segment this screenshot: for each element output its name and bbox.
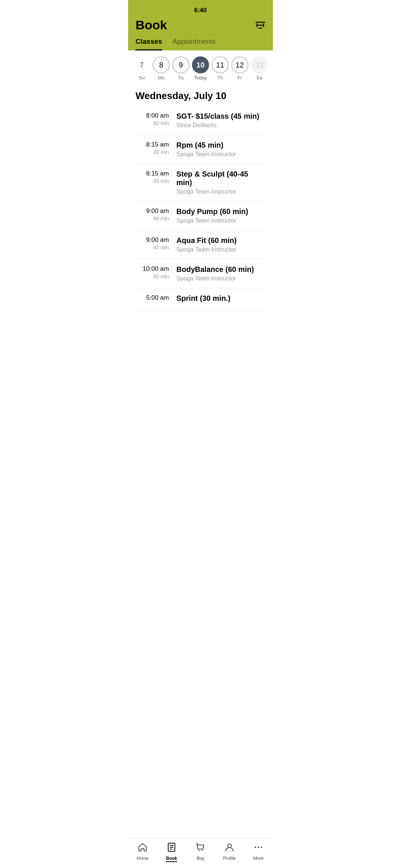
- calendar-section: 7Su8Mo9Tu10Today11Th12Fr13Sa: [128, 50, 273, 84]
- class-name-0: SGT- $15/class (45 min): [176, 112, 265, 121]
- class-time-main-5: 10:00 am: [136, 265, 169, 273]
- class-time-main-1: 8:15 am: [136, 141, 169, 148]
- class-duration-4: 45 min: [136, 244, 169, 250]
- class-item-2[interactable]: 8:15 am45 minStep & Sculpt (40-45 min)Sp…: [136, 164, 265, 201]
- day-label-Fr: Fr: [238, 75, 242, 80]
- class-instructor-3: Spoga Team Instructor: [176, 217, 265, 224]
- day-number-12: 12: [231, 56, 248, 73]
- class-instructor-1: Spoga Team Instructor: [176, 151, 265, 158]
- class-time-2: 8:15 am45 min: [136, 170, 169, 184]
- day-item-11[interactable]: 11Th: [212, 56, 229, 80]
- class-item-1[interactable]: 8:15 am45 minRpm (45 min)Spoga Team Inst…: [136, 135, 265, 164]
- class-info-4: Aqua Fit (60 min)Spoga Team Instructor: [176, 236, 265, 253]
- class-info-5: BodyBalance (60 min)Spoga Team Instructo…: [176, 265, 265, 282]
- day-label-Tu: Tu: [178, 75, 184, 80]
- filter-icon[interactable]: [255, 21, 265, 29]
- class-time-main-0: 8:00 am: [136, 112, 169, 119]
- class-time-main-2: 8:15 am: [136, 170, 169, 177]
- day-item-9[interactable]: 9Tu: [172, 56, 189, 80]
- class-name-2: Step & Sculpt (40-45 min): [176, 170, 265, 187]
- class-time-1: 8:15 am45 min: [136, 141, 169, 155]
- class-instructor-0: Vince Deliberto: [176, 122, 265, 129]
- class-name-3: Body Pump (60 min): [176, 207, 265, 216]
- day-number-11: 11: [212, 56, 229, 73]
- class-time-4: 9:00 am45 min: [136, 236, 169, 250]
- header: 6:40 Book Classes Appointments: [128, 0, 273, 50]
- class-time-5: 10:00 am60 min: [136, 265, 169, 279]
- class-instructor-4: Spoga Team Instructor: [176, 246, 265, 253]
- class-name-5: BodyBalance (60 min): [176, 265, 265, 274]
- day-number-9: 9: [172, 56, 189, 73]
- class-item-0[interactable]: 8:00 am60 minSGT- $15/class (45 min)Vinc…: [136, 106, 265, 135]
- day-number-10: 10: [192, 56, 209, 73]
- header-row: Book: [136, 16, 265, 37]
- class-item-6[interactable]: 5:00 amSprint (30 min.): [136, 288, 265, 310]
- class-info-3: Body Pump (60 min)Spoga Team Instructor: [176, 207, 265, 224]
- date-heading: Wednesday, July 10: [128, 84, 273, 106]
- class-instructor-2: Spoga Team Instructor: [176, 188, 265, 195]
- day-label-Sa: Sa: [257, 75, 263, 80]
- class-time-main-3: 9:00 am: [136, 207, 169, 215]
- day-item-13[interactable]: 13Sa: [251, 56, 268, 80]
- class-name-1: Rpm (45 min): [176, 141, 265, 149]
- class-name-4: Aqua Fit (60 min): [176, 236, 265, 245]
- class-time-0: 8:00 am60 min: [136, 112, 169, 126]
- day-number-7: 7: [133, 56, 150, 73]
- status-bar: 6:40: [136, 4, 265, 16]
- status-time: 6:40: [194, 7, 207, 14]
- day-number-8: 8: [153, 56, 170, 73]
- day-item-7[interactable]: 7Su: [133, 56, 150, 80]
- class-duration-3: 60 min: [136, 216, 169, 221]
- class-list: 8:00 am60 minSGT- $15/class (45 min)Vinc…: [128, 106, 273, 310]
- class-time-6: 5:00 am: [136, 294, 169, 302]
- class-name-6: Sprint (30 min.): [176, 294, 265, 303]
- days-row: 7Su8Mo9Tu10Today11Th12Fr13Sa: [132, 56, 269, 80]
- class-time-main-6: 5:00 am: [136, 294, 169, 302]
- day-item-10[interactable]: 10Today: [192, 56, 209, 80]
- class-duration-2: 45 min: [136, 178, 169, 184]
- class-item-3[interactable]: 9:00 am60 minBody Pump (60 min)Spoga Tea…: [136, 201, 265, 230]
- class-duration-0: 60 min: [136, 120, 169, 126]
- class-info-1: Rpm (45 min)Spoga Team Instructor: [176, 141, 265, 158]
- class-instructor-5: Spoga Team Instructor: [176, 275, 265, 282]
- class-info-0: SGT- $15/class (45 min)Vince Deliberto: [176, 112, 265, 129]
- tab-classes[interactable]: Classes: [136, 37, 162, 50]
- day-number-13: 13: [251, 56, 268, 73]
- class-info-6: Sprint (30 min.): [176, 294, 265, 304]
- day-label-Today: Today: [194, 75, 207, 80]
- tabs: Classes Appointments: [136, 37, 265, 50]
- class-time-main-4: 9:00 am: [136, 236, 169, 244]
- day-item-8[interactable]: 8Mo: [153, 56, 170, 80]
- day-item-12[interactable]: 12Fr: [231, 56, 248, 80]
- class-duration-1: 45 min: [136, 149, 169, 155]
- class-time-3: 9:00 am60 min: [136, 207, 169, 221]
- class-item-5[interactable]: 10:00 am60 minBodyBalance (60 min)Spoga …: [136, 259, 265, 288]
- tab-appointments[interactable]: Appointments: [173, 37, 216, 50]
- class-duration-5: 60 min: [136, 273, 169, 279]
- page-title: Book: [136, 18, 167, 32]
- day-label-Th: Th: [217, 75, 223, 80]
- day-label-Su: Su: [138, 75, 144, 80]
- day-label-Mo: Mo: [158, 75, 164, 80]
- class-item-4[interactable]: 9:00 am45 minAqua Fit (60 min)Spoga Team…: [136, 230, 265, 259]
- class-info-2: Step & Sculpt (40-45 min)Spoga Team Inst…: [176, 170, 265, 195]
